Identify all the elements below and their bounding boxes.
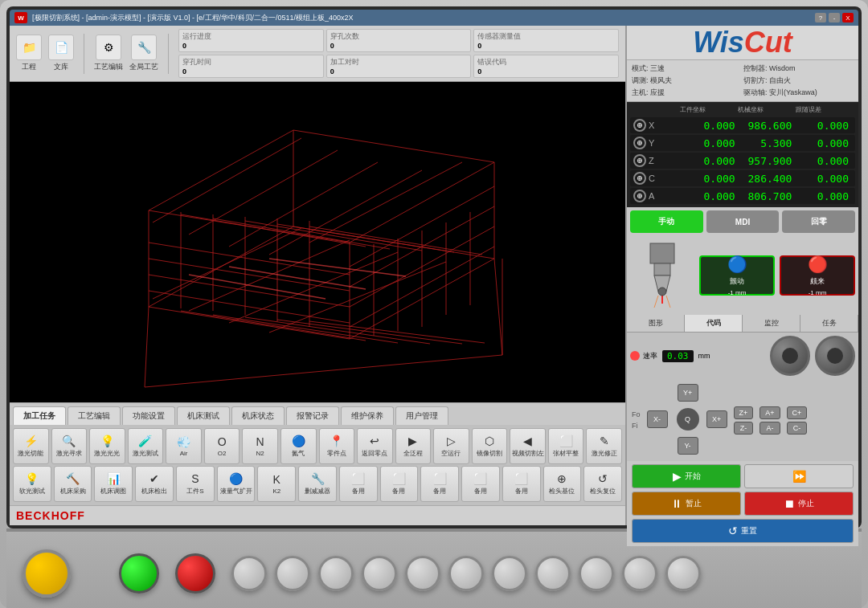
toolbar-item-process-edit[interactable]: ⚙ 工艺编辑 [94,35,123,72]
func-gas-expand[interactable]: 🔵 液量气扩开 [217,466,256,502]
play-button[interactable]: ▶ 开始 [632,464,741,488]
func-return-zero[interactable]: ↩ 返回零点 [357,428,393,464]
func-nitrogen[interactable]: 🔵 氮气 [280,428,317,464]
func-material-flat[interactable]: ⬜ 张材平整 [548,428,584,464]
a-minus-button[interactable]: A- [760,422,780,435]
y-plus-button[interactable]: Y+ [678,384,698,402]
round-btn-11[interactable] [665,556,701,591]
right-nav-monitor[interactable]: 监控 [743,315,800,332]
close-button[interactable]: X [842,13,854,22]
round-btn-5[interactable] [405,556,440,591]
func-machine-purchase[interactable]: 🔨 机床采购 [54,466,92,502]
spare-5-icon: ⬜ [514,472,528,485]
round-btn-8[interactable] [535,556,571,591]
func-laser-cut[interactable]: ⚡ 激光切能 [13,428,49,464]
func-o2[interactable]: O O2 [204,428,240,464]
minimize-button[interactable]: - [829,13,840,22]
help-button[interactable]: ? [815,13,826,22]
func-spare-5[interactable]: ⬜ 备用 [502,466,541,502]
func-probe-reset[interactable]: ↺ 检头复位 [583,466,622,502]
func-laser-light[interactable]: 💡 激光光光 [89,428,125,464]
z-minus-button[interactable]: Z- [734,422,754,435]
power-on-button[interactable] [119,553,159,594]
right-nav-code[interactable]: 代码 [685,315,743,332]
func-dry-run[interactable]: ▷ 空运行 [433,428,469,464]
func-laser-test[interactable]: 🧪 激光测试 [128,428,164,464]
power-off-button[interactable] [175,553,215,594]
tab-machine-test[interactable]: 机床测试 [177,406,230,425]
mdi-mode-button[interactable]: MDI [706,210,780,233]
func-spare-4[interactable]: ⬜ 备用 [461,466,500,502]
round-btn-6[interactable] [448,556,484,591]
func-n2[interactable]: N N2 [242,428,278,464]
round-btn-4[interactable] [362,556,397,591]
func-reducer[interactable]: 🔧 删减减器 [298,466,337,502]
stop-button[interactable]: ⏹ 停止 [744,492,854,516]
func-probe-home[interactable]: ⊕ 检头基位 [543,466,582,502]
func-spare-3[interactable]: ⬜ 备用 [420,466,459,502]
c-minus-button[interactable]: C- [787,422,808,435]
c-plus-button[interactable]: C+ [787,406,808,419]
right-nav-task[interactable]: 任务 [800,315,858,332]
func-soft-light-test[interactable]: 💡 软光测试 [13,466,51,502]
func-spare-1[interactable]: ⬜ 备用 [339,466,378,502]
func-full-range[interactable]: ▶ 全泛程 [395,428,432,464]
feed-dial[interactable] [815,336,855,376]
axis-x-label: X [649,120,654,130]
toolbar: 📁 工程 📄 文库 ⚙ 工艺编辑 🔧 全局工艺 [10,26,625,82]
toolbar-item-library[interactable]: 📄 文库 [48,35,74,72]
func-video-cut-left[interactable]: ◀ 视频切割左 [510,428,546,464]
vibrate-label: 颤动 [730,276,744,287]
process-time-value: 0 [330,67,468,75]
op-btn-vibrate[interactable]: 🔵 颤动 -1 mm [699,255,775,296]
a-plus-button[interactable]: A+ [760,406,780,419]
estop-button[interactable] [23,549,71,598]
round-btn-10[interactable] [622,556,657,591]
z-plus-button[interactable]: Z+ [734,406,754,419]
tab-machine-status[interactable]: 机床状态 [231,406,285,425]
func-machine-diagram[interactable]: 📊 机床调图 [94,466,133,502]
toolbar-item-project[interactable]: 📁 工程 [16,35,42,72]
tab-function-setting[interactable]: 功能设置 [122,406,175,425]
speed-dial[interactable] [770,336,810,376]
y-minus-button[interactable]: Y- [678,437,698,455]
x-plus-button[interactable]: X+ [706,410,727,428]
forward-step-button[interactable]: ⏩ [744,464,854,488]
func-laser-seek[interactable]: 🔍 激光寻求 [51,428,88,464]
func-k2[interactable]: K K2 [257,466,296,502]
round-btn-1[interactable] [231,556,267,591]
spare-1-icon: ⬜ [351,472,365,485]
toolbar-item-global-process[interactable]: 🔧 全局工艺 [129,35,158,72]
laser-correct-icon: ✎ [600,435,609,447]
pierce-count-value: 0 [330,42,468,50]
round-btn-2[interactable] [275,556,310,591]
tab-process-task[interactable]: 加工任务 [13,406,66,425]
func-machine-check[interactable]: ✔ 机床检出 [135,466,174,502]
func-zero-point[interactable]: 📍 零件点 [319,428,355,464]
return-zero-icon: ↩ [370,435,379,447]
func-spare-2[interactable]: ⬜ 备用 [380,466,419,502]
reset-button[interactable]: ↺ 重置 [632,519,854,543]
center-q-button[interactable]: Q [677,408,699,430]
full-range-label: 全泛程 [403,449,423,458]
round-btn-3[interactable] [318,556,354,591]
func-workpiece-s[interactable]: S 工件S [176,466,215,502]
func-air[interactable]: 💨 Air [166,428,202,464]
tab-user-settings[interactable]: 用户管理 [395,406,448,425]
viewport-3d [10,82,625,402]
x-minus-button[interactable]: X- [647,410,668,428]
round-btn-7[interactable] [492,556,527,591]
tab-maintenance[interactable]: 维护保养 [341,406,394,425]
func-mirror-cut[interactable]: ⬡ 镜像切割 [472,428,508,464]
func-laser-correct[interactable]: ✎ 激光修正 [586,428,622,464]
spare-5-label: 备用 [515,487,528,496]
home-mode-button[interactable]: 回零 [782,210,855,233]
right-nav-graphic[interactable]: 图形 [627,315,685,332]
tab-alarm-log[interactable]: 报警记录 [286,406,339,425]
tab-process-edit[interactable]: 工艺编辑 [68,406,121,425]
round-btn-9[interactable] [579,556,614,591]
pause-button[interactable]: ⏸ 暂止 [632,492,741,516]
title-text: [极限切割系统] - [admin-演示模型] - [演示版 V1.0] - [… [32,13,815,23]
op-btn-cut[interactable]: 🔴 颇来 -1 mm [780,255,855,296]
manual-mode-button[interactable]: 手动 [630,210,703,233]
